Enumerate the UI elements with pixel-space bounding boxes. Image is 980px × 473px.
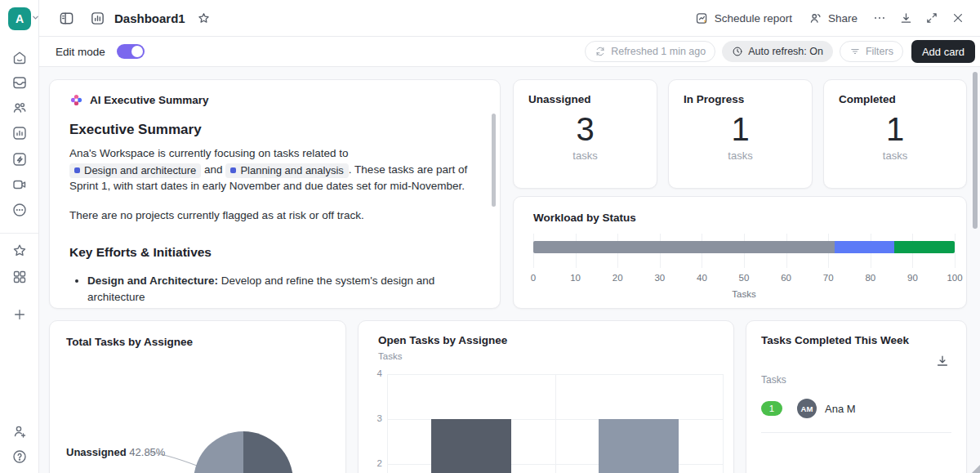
axis-tick-label: 10 [570, 273, 581, 283]
bar-segment-to-do[interactable] [533, 241, 835, 253]
tag-square-icon [74, 167, 80, 173]
share-icon [808, 11, 822, 25]
clock-icon [732, 46, 743, 57]
more-options-button[interactable] [869, 7, 890, 29]
grid-line [955, 234, 956, 268]
dashboard-icon [87, 7, 108, 29]
chevron-down-icon[interactable] [32, 14, 39, 21]
export-download-icon[interactable] [935, 354, 951, 370]
bar[interactable] [599, 419, 679, 473]
share-button[interactable]: Share [808, 11, 858, 25]
help-icon[interactable] [11, 448, 29, 466]
key-efforts-list: Design and Architecture: Develop and ref… [87, 273, 479, 306]
axis-tick-label: 60 [781, 273, 791, 283]
axis-tick-label: 0 [531, 273, 536, 283]
sidebar-divider [0, 233, 38, 234]
card-scrollbar[interactable] [492, 114, 496, 207]
top-bar: Dashboard1 Schedule report Share [39, 0, 980, 37]
clips-icon[interactable] [11, 176, 29, 194]
stacked-bar [533, 241, 955, 253]
stat-unit: tasks [839, 149, 951, 162]
schedule-report-icon [695, 11, 709, 25]
bar-segment-in-progress[interactable] [835, 241, 895, 253]
dashboards-icon[interactable] [11, 124, 29, 142]
dashboard-toolbar: Edit mode Refreshed 1 min ago Auto refre… [39, 37, 980, 67]
auto-refresh-button[interactable]: Auto refresh: On [722, 41, 833, 62]
axis-tick-label: 30 [654, 273, 665, 283]
inbox-icon[interactable] [11, 74, 29, 91]
axis-tick-label: 90 [907, 273, 918, 283]
ai-card-title: AI Executive Summary [90, 94, 209, 106]
sidebar: A [0, 0, 39, 473]
favorites-icon[interactable] [11, 242, 29, 260]
row-divider [761, 432, 951, 433]
add-card-button[interactable]: Add card [911, 40, 975, 63]
sidebar-toggle-icon[interactable] [56, 7, 77, 29]
main-scrollbar[interactable] [973, 72, 978, 229]
workload-by-status-card[interactable]: Workload by Status 010203040506070809010… [513, 196, 967, 309]
dashboard-canvas: AI Executive Summary Executive Summary A… [39, 67, 980, 473]
open-tasks-by-assignee-card[interactable]: Open Tasks by Assignee Tasks 432 [358, 320, 734, 473]
stat-value: 1 [684, 111, 797, 147]
axis-tick-label: 2 [368, 458, 382, 468]
stat-value: 1 [839, 111, 951, 147]
axis-tick-label: 80 [865, 273, 875, 283]
x-axis-ticks: 0102030405060708090100 [533, 273, 955, 286]
total-tasks-by-assignee-card[interactable]: Total Tasks by Assignee Unassigned 42.85… [49, 320, 346, 473]
axis-tick-label: 50 [739, 273, 750, 283]
tag-square-icon [230, 167, 236, 173]
tag-design-and-architecture[interactable]: Design and architecture [69, 163, 201, 178]
invite-user-icon[interactable] [11, 422, 29, 440]
table-row[interactable]: 1 AM Ana M [761, 399, 951, 418]
axis-tick-label: 20 [612, 273, 623, 283]
grid-line [723, 374, 724, 473]
stat-card-in-progress[interactable]: In Progress 1 tasks [668, 79, 813, 189]
teams-icon[interactable] [11, 99, 29, 117]
risk-paragraph: There are no projects currently flagged … [69, 207, 479, 224]
axis-tick-label: 40 [697, 273, 707, 283]
expand-button[interactable] [921, 7, 942, 29]
tasks-completed-this-week-card[interactable]: Tasks Completed This Week Tasks 1 AM Ana… [746, 320, 967, 473]
edit-mode-toggle[interactable] [117, 44, 145, 59]
home-icon[interactable] [11, 49, 29, 67]
axis-tick-label: 4 [368, 368, 382, 378]
filter-icon [849, 46, 861, 57]
stacked-bar-chart [533, 234, 955, 268]
stat-value: 3 [528, 111, 642, 147]
y-axis-label: Tasks [378, 351, 720, 361]
page-title: Dashboard1 [114, 11, 185, 25]
stat-card-completed[interactable]: Completed 1 tasks [823, 79, 967, 189]
grid-line [555, 374, 556, 473]
bar-chart: 432 [387, 374, 723, 473]
download-button[interactable] [895, 7, 916, 29]
refreshed-button[interactable]: Refreshed 1 min ago [585, 41, 715, 62]
ai-executive-summary-card[interactable]: AI Executive Summary Executive Summary A… [49, 79, 501, 309]
pie-slice-label: Unassigned 42.85% [66, 446, 165, 458]
pie-chart[interactable] [194, 431, 293, 473]
ai-sparkle-icon [69, 93, 83, 107]
favorite-star-icon[interactable] [194, 7, 215, 29]
add-icon[interactable] [11, 306, 29, 324]
workspace-avatar[interactable]: A [8, 7, 31, 30]
bar-segment-completed[interactable] [894, 241, 955, 253]
x-axis-label: Tasks [533, 289, 955, 299]
more-apps-icon[interactable] [11, 201, 29, 219]
key-efforts-heading: Key Efforts & Initiatives [69, 245, 479, 260]
axis-tick-label: 100 [947, 273, 962, 283]
window-resize-grip[interactable] [972, 465, 980, 473]
list-item: Design and Architecture: Develop and ref… [87, 273, 479, 306]
column-header: Tasks [761, 374, 951, 386]
close-button[interactable] [947, 7, 969, 29]
schedule-report-button[interactable]: Schedule report [695, 11, 792, 25]
stat-card-unassigned[interactable]: Unassigned 3 tasks [513, 79, 657, 189]
bar[interactable] [431, 419, 511, 473]
tag-planning-and-analysis[interactable]: Planning and analysis [225, 163, 348, 178]
avatar: AM [797, 399, 817, 418]
executive-summary-heading: Executive Summary [69, 122, 479, 138]
apps-grid-icon[interactable] [11, 268, 29, 286]
count-badge: 1 [761, 401, 782, 416]
summary-paragraph: Ana's Workspace is currently focusing on… [69, 145, 479, 194]
whiteboards-icon[interactable] [11, 150, 29, 168]
filters-button[interactable]: Filters [840, 41, 903, 62]
edit-mode-label: Edit mode [56, 46, 105, 58]
